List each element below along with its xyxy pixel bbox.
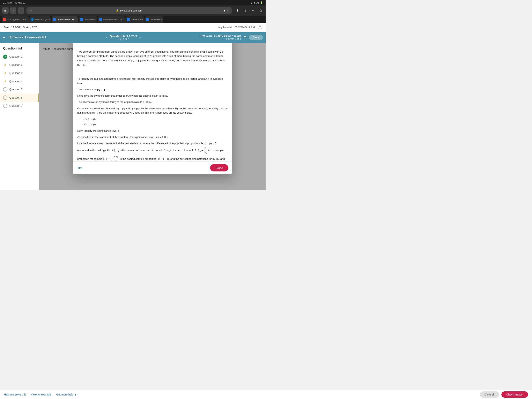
hw-question-sub: Part 1 of 7 bbox=[110, 38, 137, 40]
share-button[interactable]: ⬆ bbox=[242, 7, 248, 14]
hw-title: Homework: Homework 9.1 bbox=[9, 36, 46, 39]
tab-favicon-hw bbox=[53, 18, 56, 21]
hypothesis-h1: H₁: p₁ ≠ p₂ bbox=[83, 122, 228, 127]
tab-label-louie: L.Louie_Math 119-9... bbox=[7, 18, 27, 21]
tab-favicon-hhq bbox=[99, 18, 102, 21]
username: aby leonard bbox=[218, 26, 232, 29]
hw-menu-icon[interactable]: ≡ bbox=[3, 35, 6, 40]
status-day: Tue May 21 bbox=[13, 1, 25, 4]
modal-step3: Next, give the symbolic form that must b… bbox=[77, 94, 228, 98]
hw-center: ‹ Question 6, 9.1.26-T Part 1 of 7 › bbox=[50, 34, 197, 40]
hw-score-value: 31.46%, 2.2 of 7 points bbox=[214, 34, 241, 37]
hw-question-label: Question 6, 9.1.26-T bbox=[110, 34, 137, 38]
tab-course-hero-2[interactable]: Course Hero bbox=[125, 16, 144, 23]
modal-overlay: View an example | All parts showing × Tw… bbox=[39, 43, 266, 190]
tab-label-hw: Do Homework - Ho... bbox=[57, 18, 77, 21]
modal-intro: Two different simple random samples are … bbox=[77, 50, 228, 67]
sidebar-q7-label: Question 7 bbox=[9, 104, 23, 107]
sidebar-item-q6[interactable]: Question 6 bbox=[0, 94, 39, 102]
page-header: Math 119-571 Spring 2024 aby leonard 05/… bbox=[0, 23, 266, 32]
modal-step1: To identify the null and alternative hyp… bbox=[77, 77, 228, 85]
hw-points: Points: 0 of 1 bbox=[201, 37, 241, 40]
browser-controls: ⊞ ‹ › bbox=[2, 7, 24, 14]
modal-footer: Print Close bbox=[73, 161, 232, 174]
modal-step4: The alternative (in symbolic form) to th… bbox=[77, 100, 228, 104]
sidebar-q2-label: Question 2 bbox=[9, 63, 23, 66]
content-area: tribute. The second sample consists of l… bbox=[39, 43, 266, 190]
status-dots: ··· bbox=[137, 1, 139, 4]
modal-step7: As specified in the statement of the pro… bbox=[77, 135, 228, 139]
tab-label-hhq: Homework Help - Q... bbox=[103, 18, 123, 21]
page-header-right: aby leonard 05/20/24 5:14 PM ? bbox=[218, 25, 262, 29]
view-example-modal: View an example | All parts showing × Tw… bbox=[73, 43, 232, 174]
tab-do-homework[interactable]: Do Homework - Ho... bbox=[52, 16, 78, 23]
back-button[interactable]: ‹ bbox=[10, 7, 16, 14]
status-bar: 2:13 AM Tue May 21 ··· ▲ 51% 🔋 bbox=[0, 0, 266, 6]
forward-button[interactable]: › bbox=[18, 7, 24, 14]
tab-pearson-signin[interactable]: Pearson Sign In bbox=[29, 16, 51, 23]
hw-nav-bar: ≡ Homework: Homework 9.1 ‹ Question 6, 9… bbox=[0, 32, 266, 43]
q3-status-icon: ✗ bbox=[3, 71, 7, 75]
modal-header: View an example | All parts showing × bbox=[73, 43, 232, 46]
tab-course-hero-3[interactable]: Course Hero bbox=[145, 16, 163, 23]
modal-close-action-button[interactable]: Close bbox=[210, 164, 228, 171]
hw-next-arrow[interactable]: › bbox=[140, 35, 141, 39]
tab-label-ch2: Course Hero bbox=[130, 18, 143, 21]
q2-status-icon: ✗ bbox=[3, 63, 7, 67]
address-bar[interactable]: AA 🔒 mylab.pearson.com ⬆ ↻ bbox=[26, 7, 232, 14]
hw-question-info: Question 6, 9.1.26-T Part 1 of 7 bbox=[110, 34, 137, 40]
sidebar-item-q7[interactable]: Question 7 bbox=[0, 102, 39, 110]
q6-status-icon bbox=[3, 96, 7, 100]
reload-icon[interactable]: ↻ bbox=[227, 9, 229, 12]
save-button[interactable]: Save bbox=[249, 35, 263, 40]
sidebar-item-q3[interactable]: ✗ Question 3 bbox=[0, 69, 39, 77]
hw-prev-arrow[interactable]: ‹ bbox=[106, 35, 107, 39]
browser-actions: ⬇ ⬆ + ⧉ bbox=[234, 7, 264, 14]
sidebar-q1-label: Question 1 bbox=[9, 55, 23, 58]
modal-body: Two different simple random samples are … bbox=[73, 46, 232, 161]
sidebar-q6-label: Question 6 bbox=[9, 96, 23, 99]
sidebar-item-q5[interactable]: Question 5 bbox=[0, 85, 39, 94]
sidebar-item-q1[interactable]: ✓ Question 1 bbox=[0, 53, 39, 61]
hypothesis-h0: H₀: p₁ = p₂ bbox=[83, 117, 228, 121]
tab-label-pearson: Pearson Sign In bbox=[34, 18, 50, 21]
status-time: 2:13 AM bbox=[3, 1, 12, 4]
sidebar-q3-label: Question 3 bbox=[9, 71, 23, 75]
print-button[interactable]: Print bbox=[76, 166, 82, 169]
tab-favicon-ch1 bbox=[80, 18, 83, 21]
tab-homework-help[interactable]: Homework Help - Q... bbox=[98, 16, 125, 23]
hw-score: HW Score: 31.46%, 2.2 of 7 points Points… bbox=[201, 34, 241, 40]
lock-icon: 🔒 bbox=[116, 9, 119, 12]
sidebar-item-q4[interactable]: ✗ Question 4 bbox=[0, 77, 39, 85]
browser-chrome: ⊞ ‹ › AA 🔒 mylab.pearson.com ⬆ ↻ ⬇ ⬆ + ⧉ bbox=[0, 6, 266, 16]
sidebar-toggle-button[interactable]: ⊞ bbox=[2, 7, 9, 14]
settings-icon[interactable]: ⚙ bbox=[243, 35, 247, 39]
modal-step5: Of the two expressions obtained (p₁ = p₂… bbox=[77, 106, 228, 115]
sidebar-item-q2[interactable]: ✗ Question 2 bbox=[0, 61, 39, 69]
font-size-control[interactable]: AA bbox=[29, 9, 32, 12]
q7-status-icon bbox=[3, 104, 7, 108]
modal-step2: The claim is that p₁ = p₂. bbox=[77, 87, 228, 92]
main-layout: Question list ✓ Question 1 ✗ Question 2 … bbox=[0, 43, 266, 190]
download-button[interactable]: ⬇ bbox=[234, 7, 240, 14]
tabs-button[interactable]: ⧉ bbox=[257, 7, 264, 14]
share-icon[interactable]: ⬆ bbox=[223, 9, 226, 12]
help-icon[interactable]: ? bbox=[258, 25, 262, 29]
tab-course-hero-1[interactable]: Course Hero bbox=[79, 16, 97, 23]
tab-favicon-ch3 bbox=[146, 18, 149, 21]
hw-score-label: HW Score: 31.46%, 2.2 of 7 points bbox=[201, 34, 241, 37]
modal-separator: · · · bbox=[77, 70, 228, 74]
new-tab-button[interactable]: + bbox=[250, 7, 256, 14]
hw-right: HW Score: 31.46%, 2.2 of 7 points Points… bbox=[201, 34, 263, 40]
q5-status-icon bbox=[3, 87, 7, 91]
hw-title-label: Homework: bbox=[9, 36, 24, 39]
modal-step6: Now, identify the significance level α. bbox=[77, 129, 228, 133]
tab-label-ch1: Course Hero bbox=[84, 18, 96, 21]
sidebar-q5-label: Question 5 bbox=[9, 88, 23, 91]
tab-favicon-ch2 bbox=[127, 18, 130, 21]
sidebar-q4-label: Question 4 bbox=[9, 80, 23, 83]
tab-label-ch3: Course Hero bbox=[150, 18, 162, 21]
date-time: 05/20/24 5:14 PM bbox=[235, 26, 255, 29]
tab-louie-math[interactable]: L.Louie_Math 119-9... bbox=[1, 16, 29, 23]
hw-title-name: Homework 9.1 bbox=[25, 36, 46, 39]
